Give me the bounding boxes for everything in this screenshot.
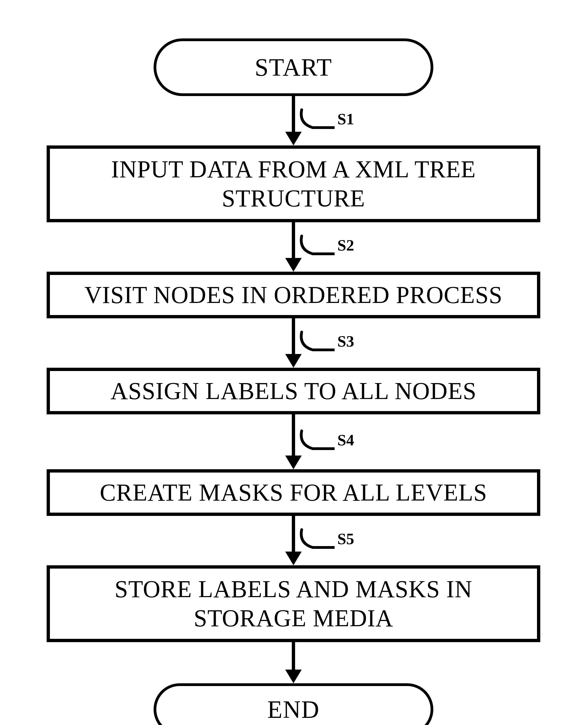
process-s3: ASSIGN LABELS TO ALL NODES <box>47 368 540 415</box>
edge-label-s5: S5 <box>337 530 354 548</box>
arrow-s1-tick <box>299 107 335 132</box>
svg-marker-7 <box>285 456 302 469</box>
arrow-end <box>280 642 307 683</box>
svg-marker-9 <box>285 551 302 565</box>
arrow-s5-tick <box>299 527 335 551</box>
arrow-s4-tick <box>299 428 335 453</box>
svg-marker-11 <box>285 669 302 683</box>
flowchart-canvas: START S1 INPUT DATA FROM A XML TREE STRU… <box>0 0 588 725</box>
svg-marker-5 <box>285 354 302 368</box>
process-s5-label: STORE LABELS AND MASKS IN STORAGE MEDIA <box>58 575 529 632</box>
process-s3-label: ASSIGN LABELS TO ALL NODES <box>110 377 477 406</box>
terminator-start: START <box>153 38 433 96</box>
terminator-start-label: START <box>255 53 332 81</box>
edge-label-s2: S2 <box>337 236 354 255</box>
process-s1: INPUT DATA FROM A XML TREE STRUCTURE <box>47 145 540 222</box>
process-s2-label: VISIT NODES IN ORDERED PROCESS <box>84 280 503 309</box>
process-s4: CREATE MASKS FOR ALL LEVELS <box>47 469 540 516</box>
svg-marker-3 <box>285 258 302 272</box>
process-s5: STORE LABELS AND MASKS IN STORAGE MEDIA <box>47 565 540 642</box>
arrow-s3-tick <box>299 329 335 354</box>
process-s1-label: INPUT DATA FROM A XML TREE STRUCTURE <box>58 155 529 213</box>
edge-label-s3: S3 <box>337 332 354 350</box>
edge-label-s1: S1 <box>337 110 354 128</box>
arrow-s2-tick <box>299 233 335 258</box>
terminator-end-label: END <box>267 696 320 724</box>
edge-label-s4: S4 <box>337 431 354 449</box>
terminator-end: END <box>153 683 433 725</box>
process-s2: VISIT NODES IN ORDERED PROCESS <box>47 272 540 318</box>
svg-marker-1 <box>285 132 302 145</box>
process-s4-label: CREATE MASKS FOR ALL LEVELS <box>100 478 487 507</box>
